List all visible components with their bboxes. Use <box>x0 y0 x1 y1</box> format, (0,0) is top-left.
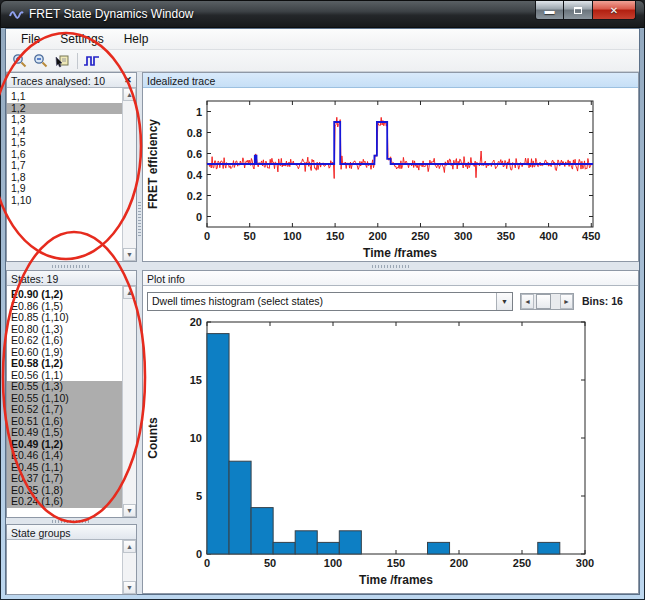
state-list-item[interactable]: E0.49 (1,5) <box>7 427 122 439</box>
data-cursor-icon[interactable] <box>52 52 72 70</box>
svg-text:100: 100 <box>324 557 342 569</box>
trace-list-item[interactable]: 1,1 <box>7 91 122 103</box>
svg-text:20: 20 <box>190 316 202 328</box>
svg-text:0.2: 0.2 <box>187 190 202 202</box>
svg-text:0: 0 <box>196 211 202 223</box>
dwell-histogram-plot[interactable]: 05010015020025030005101520Time /framesCo… <box>143 312 638 593</box>
state-list-item[interactable]: E0.52 (1,7) <box>7 404 122 416</box>
step-fit-icon[interactable] <box>82 52 102 70</box>
menu-help[interactable]: Help <box>115 30 158 48</box>
idealized-trace-plot[interactable]: 05010015020025030035040045000.20.40.60.8… <box>143 88 638 261</box>
plot-info-title: Plot info <box>147 273 185 285</box>
svg-text:10: 10 <box>190 432 202 444</box>
slider-right-icon[interactable]: ► <box>560 294 573 309</box>
scroll-up-icon[interactable]: ▲ <box>123 540 136 553</box>
svg-text:FRET efficiency: FRET efficiency <box>146 119 160 209</box>
traces-panel: Traces analysed: 10 ✕ 1,11,21,31,41,51,6… <box>6 72 137 262</box>
svg-text:200: 200 <box>450 557 468 569</box>
plot-info-panel: Plot info Dwell times histogram (select … <box>142 270 639 594</box>
plot-info-header: Plot info <box>143 271 638 286</box>
svg-text:0.8: 0.8 <box>187 127 202 139</box>
traces-list: 1,11,21,31,41,51,61,71,81,91,10 <box>7 88 122 261</box>
svg-text:100: 100 <box>283 230 301 242</box>
zoom-out-icon[interactable] <box>31 52 51 70</box>
svg-text:0.6: 0.6 <box>187 148 202 160</box>
scroll-down-icon[interactable]: ▼ <box>123 581 136 594</box>
splitter-trace-plotinfo[interactable] <box>142 262 639 270</box>
state-groups-list[interactable] <box>7 540 122 594</box>
svg-text:250: 250 <box>513 557 531 569</box>
traces-scrollbar[interactable]: ▲ ▼ <box>122 88 136 261</box>
state-groups-scrollbar[interactable]: ▲ ▼ <box>122 540 136 594</box>
client-area: File Settings Help <box>5 28 640 595</box>
traces-panel-header: Traces analysed: 10 ✕ <box>7 73 136 88</box>
states-panel-title: States: 19 <box>11 273 58 285</box>
state-list-item[interactable]: E0.55 (1,3) <box>7 381 122 393</box>
svg-text:0: 0 <box>196 548 202 560</box>
zoom-in-icon[interactable] <box>10 52 30 70</box>
title-bar[interactable]: FRET State Dynamics Window ▬ ✕ <box>0 0 645 28</box>
state-list-item[interactable]: E0.85 (1,10) <box>7 312 122 324</box>
svg-text:250: 250 <box>411 230 429 242</box>
svg-text:400: 400 <box>539 230 557 242</box>
svg-text:300: 300 <box>576 557 594 569</box>
maximize-button[interactable] <box>564 1 593 20</box>
trace-list-item[interactable]: 1,9 <box>7 183 122 195</box>
svg-text:0: 0 <box>204 557 210 569</box>
svg-text:Time /frames: Time /frames <box>363 246 437 260</box>
main-area: Traces analysed: 10 ✕ 1,11,21,31,41,51,6… <box>6 72 639 594</box>
bins-slider[interactable]: ◄ ► <box>520 293 574 310</box>
svg-text:450: 450 <box>582 230 600 242</box>
states-panel-header: States: 19 <box>7 271 136 286</box>
window-frame: File Settings Help <box>0 28 645 600</box>
plot-type-dropdown[interactable]: Dwell times histogram (select states) ▼ <box>147 292 513 311</box>
app-icon <box>9 9 24 20</box>
scroll-down-icon[interactable]: ▼ <box>123 504 136 517</box>
idealized-trace-panel: Idealized trace 050100150200250300350400… <box>142 72 639 262</box>
svg-text:200: 200 <box>369 230 387 242</box>
svg-text:150: 150 <box>387 557 405 569</box>
traces-panel-title: Traces analysed: 10 <box>11 75 105 87</box>
state-list-item[interactable]: E0.62 (1,6) <box>7 335 122 347</box>
svg-text:Counts: Counts <box>146 417 160 459</box>
svg-text:50: 50 <box>244 230 256 242</box>
slider-left-icon[interactable]: ◄ <box>521 294 534 309</box>
state-list-item[interactable]: E0.58 (1,2) <box>7 358 122 370</box>
trace-list-item[interactable]: 1,7 <box>7 160 122 172</box>
trace-list-item[interactable]: 1,10 <box>7 195 122 207</box>
idealized-trace-title: Idealized trace <box>147 75 215 87</box>
plot-controls: Dwell times histogram (select states) ▼ … <box>143 286 638 312</box>
minimize-button[interactable]: ▬ <box>535 1 564 20</box>
splitter-traces-states[interactable] <box>6 262 137 270</box>
svg-text:150: 150 <box>326 230 344 242</box>
window-title: FRET State Dynamics Window <box>29 7 194 21</box>
menu-settings[interactable]: Settings <box>51 30 112 48</box>
scroll-up-icon[interactable]: ▲ <box>123 88 136 101</box>
svg-text:Time /frames: Time /frames <box>359 573 433 587</box>
state-list-item[interactable]: E0.24 (1,6) <box>7 496 122 508</box>
states-panel: States: 19 E0.90 (1,2)E0.86 (1,5)E0.85 (… <box>6 270 137 518</box>
svg-text:350: 350 <box>497 230 515 242</box>
state-list-item[interactable]: E0.37 (1,7) <box>7 473 122 485</box>
state-list-item[interactable]: E0.90 (1,2) <box>7 289 122 301</box>
svg-text:5: 5 <box>196 490 202 502</box>
close-button[interactable]: ✕ <box>593 1 636 20</box>
state-groups-title: State groups <box>11 527 71 539</box>
trace-list-item[interactable]: 1,5 <box>7 137 122 149</box>
states-list: E0.90 (1,2)E0.86 (1,5)E0.85 (1,10)E0.80 … <box>7 286 122 517</box>
traces-close-icon[interactable]: ✕ <box>122 74 134 86</box>
toolbar-separator <box>77 53 78 69</box>
slider-thumb[interactable] <box>536 294 551 309</box>
menu-file[interactable]: File <box>12 30 49 48</box>
chevron-down-icon[interactable]: ▼ <box>496 293 512 310</box>
trace-list-item[interactable]: 1,3 <box>7 114 122 126</box>
scroll-up-icon[interactable]: ▲ <box>123 286 136 299</box>
menu-bar: File Settings Help <box>6 29 639 50</box>
svg-text:15: 15 <box>190 374 202 386</box>
state-list-item[interactable]: E0.46 (1,4) <box>7 450 122 462</box>
bins-count-label: Bins: 16 <box>582 295 623 307</box>
idealized-trace-header: Idealized trace <box>143 73 638 88</box>
svg-text:300: 300 <box>454 230 472 242</box>
states-scrollbar[interactable]: ▲ ▼ <box>122 286 136 517</box>
scroll-down-icon[interactable]: ▼ <box>123 248 136 261</box>
